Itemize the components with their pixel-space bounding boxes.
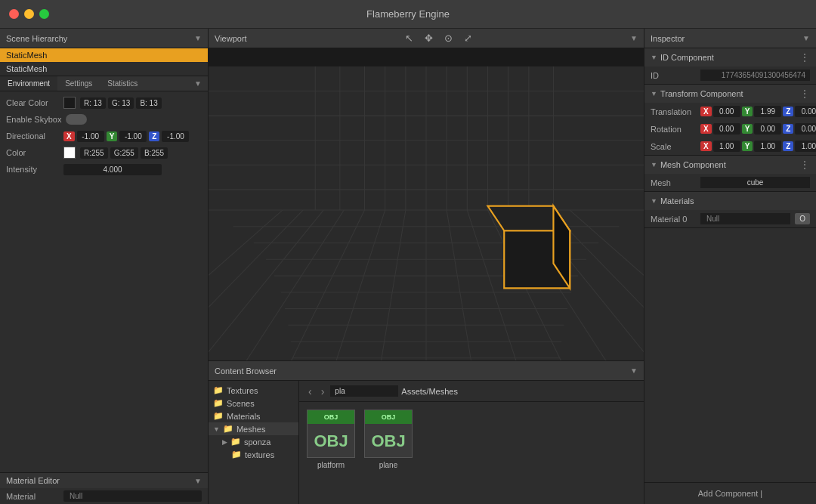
dir-z-val[interactable]: -1.00 (162, 131, 189, 142)
tree-item-materials[interactable]: 📁 Materials (209, 410, 298, 422)
id-component-header: ▼ ID Component ⋮ (644, 48, 816, 66)
maximize-button[interactable] (39, 9, 49, 19)
id-component-menu[interactable]: ⋮ (799, 52, 810, 63)
directional-xyz: X -1.00 Y -1.00 Z -1.00 (63, 131, 189, 142)
dir-x-val[interactable]: -1.00 (77, 131, 104, 142)
rot-x-val[interactable]: 0.00 (713, 123, 740, 135)
color-preview[interactable] (63, 147, 76, 159)
hierarchy-item-0[interactable]: StaticMesh (0, 48, 208, 62)
asset-item-platform[interactable]: OBJ OBJ platform (307, 410, 355, 469)
rot-z-val[interactable]: 0.00 (795, 123, 816, 135)
rot-y-val[interactable]: 0.00 (754, 123, 781, 135)
dir-z-badge: Z (149, 131, 159, 141)
tree-item-textures[interactable]: 📁 Textures (209, 384, 298, 397)
clear-color-preview[interactable] (63, 97, 76, 109)
trans-z-badge: Z (783, 107, 793, 116)
mesh-value: cube (700, 177, 810, 188)
id-label: ID (651, 71, 696, 80)
scene-hierarchy-title: Scene Hierarchy (6, 34, 67, 43)
rot-x-badge: X (700, 124, 712, 134)
scale-x-val[interactable]: 1.00 (713, 141, 740, 152)
rotation-xyz: X 0.00 Y 0.00 Z 0.00 (700, 123, 816, 135)
mesh-component-menu[interactable]: ⋮ (799, 159, 810, 170)
close-button[interactable] (9, 9, 19, 19)
tree-item-sponza[interactable]: ▶ 📁 sponza (218, 435, 298, 448)
tab-environment[interactable]: Environment (0, 76, 57, 91)
trans-z-val[interactable]: 0.00 (795, 106, 816, 117)
add-component-button[interactable]: Add Component | (698, 489, 762, 498)
content-browser-arrow: ▼ (630, 366, 638, 375)
inspector-title: Inspector (651, 34, 685, 43)
asset-type-plane: OBJ (365, 410, 412, 424)
dir-y-val[interactable]: -1.00 (119, 131, 147, 142)
scale-y-badge: Y (742, 141, 753, 151)
scale-tool[interactable]: ⤢ (459, 32, 476, 45)
id-row: ID 17743654091300456474 (644, 66, 816, 84)
intensity-label: Intensity (6, 165, 59, 174)
material0-select-button[interactable]: O (795, 213, 810, 224)
inspector-panel: Inspector ▼ ▼ ID Component ⋮ ID 17743654… (644, 29, 816, 504)
clear-color-row: Clear Color R: 13 G: 13 B: 13 (0, 94, 208, 111)
color-label: Color (6, 148, 59, 157)
env-tabs-arrow: ▼ (188, 76, 208, 91)
hierarchy-item-1[interactable]: StaticMesh (0, 62, 208, 76)
material-editor-title: Material Editor (6, 476, 60, 485)
tab-statistics[interactable]: Statistics (100, 76, 145, 91)
scale-z-val[interactable]: 1.00 (795, 141, 816, 152)
rotate-tool[interactable]: ⊙ (440, 32, 456, 45)
asset-type-platform: OBJ (308, 410, 354, 424)
color-row: Color R:255 G:255 B:255 (0, 144, 208, 161)
mesh-component-title: ▼ Mesh Component (651, 160, 726, 169)
enable-skybox-label: Enable Skybox (6, 115, 61, 124)
file-tree: 📁 Textures 📁 Scenes 📁 Materials ▼ 📁 (209, 381, 299, 504)
folder-icon-sponza: 📁 (230, 437, 241, 447)
inspector-arrow: ▼ (802, 34, 810, 42)
cursor-tool[interactable]: ↖ (400, 32, 417, 45)
mesh-label: Mesh (651, 178, 696, 187)
tree-item-textures2[interactable]: 📁 textures (227, 448, 298, 461)
materials-title: ▼ Materials (651, 196, 694, 206)
clear-color-r: R: 13 (80, 97, 106, 109)
tab-settings[interactable]: Settings (57, 76, 100, 91)
intensity-val[interactable]: 4.000 (63, 164, 162, 175)
clear-color-label: Clear Color (6, 98, 59, 107)
material0-row: Material 0 Null O (644, 210, 816, 227)
tree-item-meshes[interactable]: ▼ 📁 Meshes (209, 422, 298, 435)
enable-skybox-toggle[interactable] (66, 114, 87, 125)
inspector-header: Inspector ▼ (644, 29, 816, 48)
id-value: 17743654091300456474 (700, 70, 810, 81)
folder-icon-scenes: 📁 (213, 398, 224, 408)
directional-label: Directional (6, 131, 59, 141)
move-tool[interactable]: ✥ (420, 32, 437, 45)
path-search-input[interactable] (330, 385, 398, 397)
clear-color-rgb: R: 13 G: 13 B: 13 (80, 97, 162, 109)
asset-item-plane[interactable]: OBJ OBJ plane (364, 410, 413, 469)
transform-component-menu[interactable]: ⋮ (799, 88, 810, 99)
minimize-button[interactable] (24, 9, 34, 19)
rot-z-badge: Z (783, 124, 793, 134)
clear-color-g: G: 13 (108, 97, 134, 109)
path-back-button[interactable]: ‹ (305, 385, 315, 397)
viewport-scene[interactable] (209, 48, 644, 360)
rot-y-badge: Y (742, 124, 753, 134)
dir-x-badge: X (63, 131, 75, 141)
tree-item-scenes[interactable]: 📁 Scenes (209, 397, 298, 410)
folder-icon-meshes: 📁 (223, 424, 233, 434)
cb-path-bar: ‹ › Assets/Meshes (299, 381, 644, 402)
transform-component-header: ▼ Transform Component ⋮ (644, 85, 816, 103)
mesh-row: Mesh cube (644, 174, 816, 191)
asset-name-plane: plane (379, 461, 397, 469)
scale-y-val[interactable]: 1.00 (754, 141, 781, 152)
material0-label: Material 0 (651, 215, 696, 224)
translation-xyz: X 0.00 Y 1.99 Z 0.00 (700, 106, 816, 117)
scene-hierarchy-arrow: ▼ (194, 34, 202, 42)
asset-obj-label-plane: OBJ (371, 431, 405, 451)
path-forward-button[interactable]: › (318, 385, 328, 397)
asset-obj-label-platform: OBJ (314, 431, 348, 451)
viewport-title: Viewport (215, 34, 247, 43)
trans-y-val[interactable]: 1.99 (754, 106, 781, 117)
content-browser-body: 📁 Textures 📁 Scenes 📁 Materials ▼ 📁 (209, 381, 644, 504)
scale-row: Scale X 1.00 Y 1.00 Z 1.00 (644, 138, 816, 155)
mesh-component-header: ▼ Mesh Component ⋮ (644, 156, 816, 174)
trans-x-val[interactable]: 0.00 (713, 106, 740, 117)
